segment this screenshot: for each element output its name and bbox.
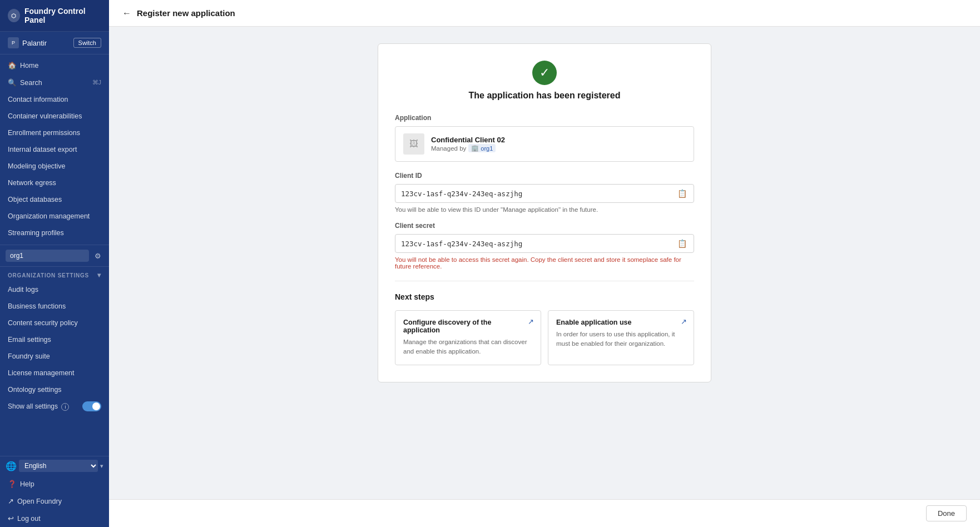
topbar: ← Register new application: [109, 0, 980, 27]
sidebar-item-object-databases[interactable]: Object databases: [0, 191, 109, 208]
sidebar: ⬡ Foundry Control Panel P Palantir Switc…: [0, 0, 109, 527]
nav-search-label: Search: [20, 79, 42, 87]
sidebar-item-internal-dataset-export[interactable]: Internal dataset export: [0, 141, 109, 158]
nav-item-log-out[interactable]: ↩ Log out: [0, 510, 109, 527]
application-label: Application: [395, 114, 694, 122]
nav-item-home[interactable]: 🏠 Home: [0, 57, 109, 74]
switch-button[interactable]: Switch: [73, 38, 101, 48]
sidebar-item-organization-management[interactable]: Organization management: [0, 208, 109, 225]
sidebar-item-content-security-policy[interactable]: Content security policy: [0, 315, 109, 331]
success-check-icon: ✓: [532, 61, 557, 85]
sidebar-header: ⬡ Foundry Control Panel: [0, 0, 109, 32]
external-link-icon: ↗: [528, 317, 534, 326]
info-icon: i: [61, 403, 69, 411]
external-link-icon-2: ↗: [681, 317, 687, 326]
palantir-icon: P: [8, 37, 19, 48]
footer: Done: [109, 499, 980, 527]
enable-application-title: Enable application use: [556, 319, 686, 326]
sidebar-item-business-functions[interactable]: Business functions: [0, 298, 109, 315]
foundry-logo-icon: ⬡: [8, 9, 20, 22]
org-settings-label: ORGANIZATION SETTINGS ▾: [0, 267, 109, 281]
done-button[interactable]: Done: [926, 505, 967, 521]
search-icon: 🔍: [8, 78, 17, 87]
main-nav: 🏠 Home 🔍 Search ⌘J: [0, 54, 109, 91]
chevron-down-icon: ▾: [100, 463, 103, 470]
globe-icon: 🌐: [6, 461, 17, 471]
app-managed: Managed by 🏢 org1: [431, 144, 505, 152]
language-row: 🌐 English ▾: [0, 456, 109, 475]
configure-discovery-title: Configure discovery of the application: [403, 319, 533, 334]
sidebar-item-license-management[interactable]: License management: [0, 365, 109, 381]
client-secret-value: 123cv-1asf-q234v-243eq-aszjhg: [401, 240, 673, 248]
sidebar-item-ontology-settings[interactable]: Ontology settings: [0, 381, 109, 398]
org-icon: 🏢: [471, 145, 479, 152]
sidebar-item-container-vulnerabilities[interactable]: Container vulnerabilities: [0, 108, 109, 125]
client-secret-label: Client secret: [395, 222, 694, 230]
client-id-copy-button[interactable]: 📋: [676, 189, 688, 198]
org-name: org1: [481, 145, 493, 152]
language-selector[interactable]: English: [19, 460, 98, 472]
client-id-value: 123cv-1asf-q234v-243eq-aszjhg: [401, 190, 673, 198]
palantir-left: P Palantir: [8, 37, 47, 48]
open-foundry-icon: ↗: [8, 497, 14, 505]
app-name: Confidential Client 02: [431, 136, 505, 144]
client-secret-warning: You will not be able to access this secr…: [395, 256, 694, 270]
sidebar-item-contact-information[interactable]: Contact information: [0, 91, 109, 108]
search-shortcut: ⌘J: [92, 79, 102, 86]
nav-item-help[interactable]: ❓ Help: [0, 475, 109, 493]
registration-card: ✓ The application has been registered Ap…: [378, 43, 711, 382]
back-button[interactable]: ←: [122, 8, 131, 18]
log-out-icon: ↩: [8, 514, 14, 523]
client-id-input-row: 123cv-1asf-q234v-243eq-aszjhg 📋: [395, 184, 694, 203]
palantir-row: P Palantir Switch: [0, 32, 109, 54]
app-image-placeholder: 🖼: [403, 133, 424, 155]
section-divider: [395, 281, 694, 281]
managed-by-label: Managed by: [431, 145, 466, 152]
chevron-down-icon: ▾: [97, 271, 101, 279]
sidebar-item-email-settings[interactable]: Email settings: [0, 331, 109, 348]
gear-icon[interactable]: ⚙: [92, 250, 103, 261]
org-selector[interactable]: org1: [6, 250, 89, 262]
main-content: ← Register new application ✓ The applica…: [109, 0, 980, 527]
app-info: Confidential Client 02 Managed by 🏢 org1: [431, 136, 505, 152]
next-step-configure-discovery[interactable]: ↗ Configure discovery of the application…: [395, 310, 541, 365]
success-section: ✓ The application has been registered: [395, 61, 694, 101]
next-step-enable-application[interactable]: ↗ Enable application use In order for us…: [548, 310, 694, 365]
sidebar-item-modeling-objective[interactable]: Modeling objective: [0, 158, 109, 175]
configure-discovery-desc: Manage the organizations that can discov…: [403, 337, 533, 357]
show-all-settings-row: Show all settings i: [0, 398, 109, 415]
content-area: ✓ The application has been registered Ap…: [109, 27, 980, 499]
enable-application-desc: In order for users to use this applicati…: [556, 330, 686, 349]
sidebar-item-audit-logs[interactable]: Audit logs: [0, 281, 109, 298]
sidebar-item-network-egress[interactable]: Network egress: [0, 175, 109, 191]
application-row: 🖼 Confidential Client 02 Managed by 🏢 or…: [395, 126, 694, 162]
sidebar-item-foundry-suite[interactable]: Foundry suite: [0, 348, 109, 365]
show-all-settings-label: Show all settings i: [8, 402, 69, 411]
client-secret-copy-button[interactable]: 📋: [676, 239, 688, 248]
org-settings-list: Audit logs Business functions Content se…: [0, 281, 109, 398]
client-id-hint: You will be able to view this ID under "…: [395, 206, 694, 213]
nav-item-search[interactable]: 🔍 Search ⌘J: [0, 74, 109, 91]
sidebar-item-streaming-profiles[interactable]: Streaming profiles: [0, 225, 109, 241]
client-id-label: Client ID: [395, 172, 694, 180]
sidebar-bottom: 🌐 English ▾ ❓ Help ↗ Open Foundry ↩ Log …: [0, 456, 109, 527]
next-steps-title: Next steps: [395, 292, 694, 301]
sidebar-item-enrollment-permissions[interactable]: Enrollment permissions: [0, 125, 109, 141]
next-steps-grid: ↗ Configure discovery of the application…: [395, 310, 694, 365]
success-title: The application has been registered: [395, 91, 694, 101]
org-badge: 🏢 org1: [468, 144, 496, 152]
org-row: org1 ⚙: [0, 245, 109, 267]
nav-item-open-foundry[interactable]: ↗ Open Foundry: [0, 493, 109, 510]
palantir-label: Palantir: [22, 39, 47, 47]
home-icon: 🏠: [8, 61, 17, 69]
section-nav-list: Contact information Container vulnerabil…: [0, 91, 109, 241]
help-icon: ❓: [8, 480, 17, 488]
sidebar-app-title: Foundry Control Panel: [24, 7, 101, 24]
client-secret-input-row: 123cv-1asf-q234v-243eq-aszjhg 📋: [395, 234, 694, 253]
page-title: Register new application: [137, 8, 235, 18]
nav-home-label: Home: [20, 62, 38, 69]
show-all-settings-toggle[interactable]: [82, 401, 101, 411]
